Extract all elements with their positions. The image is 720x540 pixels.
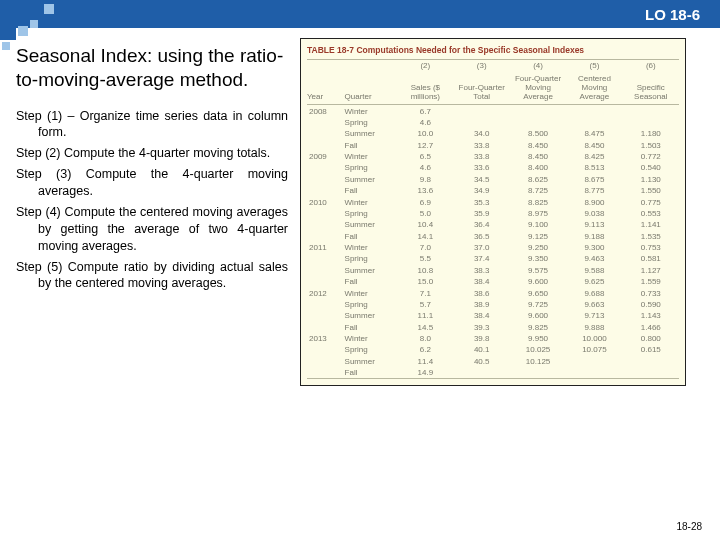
table-row: Summer11.138.49.6009.7131.143 [307,310,679,321]
table-row: Summer10.838.39.5759.5881.127 [307,265,679,276]
table-row: Fall15.038.49.6009.6251.559 [307,276,679,287]
table-row: 2013Winter8.039.89.95010.0000.800 [307,333,679,344]
col-head: (6) [623,60,679,74]
col-head: Four-Quarter Moving Average [510,73,566,105]
table-row: Fall12.733.88.4508.4501.503 [307,140,679,151]
table-title: TABLE 18-7 Computations Needed for the S… [307,45,679,55]
steps-list: Step (1) – Organize time series data in … [16,108,288,293]
table-row: 2011Winter7.037.09.2509.3000.753 [307,242,679,253]
table-row: Summer9.834.58.6258.6751.130 [307,174,679,185]
table-row: 2008Winter6.7 [307,105,679,117]
col-head: Quarter [345,73,398,105]
table-row: Spring4.633.68.4008.5130.540 [307,162,679,173]
step-item: Step (1) – Organize time series data in … [16,108,288,142]
table-row: Summer10.034.08.5008.4751.180 [307,128,679,139]
table-row: Spring5.035.98.9759.0380.553 [307,208,679,219]
table-row: Fall13.634.98.7258.7751.550 [307,185,679,196]
header-bar: LO 18-6 [0,0,720,28]
col-head: (3) [454,60,510,74]
step-item: Step (3) Compute the 4-quarter moving av… [16,166,288,200]
left-panel: Seasonal Index: using the ratio-to-movin… [16,38,288,386]
table-row: 2012Winter7.138.69.6509.6880.733 [307,287,679,298]
col-head: Centered Moving Average [566,73,622,105]
table-row: Spring5.738.99.7259.6630.590 [307,299,679,310]
table-row: 2009Winter6.533.88.4508.4250.772 [307,151,679,162]
col-head: (2) [397,60,453,74]
col-head: Four-Quarter Total [454,73,510,105]
col-head: (4) [510,60,566,74]
table-body: 2008Winter6.7Spring4.6Summer10.034.08.50… [307,105,679,379]
table-row: Fall14.9 [307,367,679,379]
table-row: Summer11.440.510.125 [307,356,679,367]
logo-decoration [0,0,100,56]
table-row: Fall14.136.59.1259.1881.535 [307,231,679,242]
table-row: 2010Winter6.935.38.8258.9000.775 [307,196,679,207]
step-item: Step (4) Compute the centered moving ave… [16,204,288,255]
step-item: Step (5) Compute ratio by dividing actua… [16,259,288,293]
table-panel: TABLE 18-7 Computations Needed for the S… [300,38,686,386]
header-label: LO 18-6 [645,6,700,23]
step-item: Step (2) Compute the 4-quarter moving to… [16,145,288,162]
col-head: Specific Seasonal [623,73,679,105]
computation-table: (2) (3) (4) (5) (6) Year Quarter Sales (… [307,59,679,379]
table-row: Spring6.240.110.02510.0750.615 [307,344,679,355]
table-row: Spring5.537.49.3509.4630.581 [307,253,679,264]
col-head: Year [307,73,345,105]
table-row: Summer10.436.49.1009.1131.141 [307,219,679,230]
col-head: Sales ($ millions) [397,73,453,105]
table-row: Spring4.6 [307,117,679,128]
slide-number: 18-28 [676,521,702,532]
col-head: (5) [566,60,622,74]
table-row: Fall14.539.39.8259.8881.466 [307,322,679,333]
